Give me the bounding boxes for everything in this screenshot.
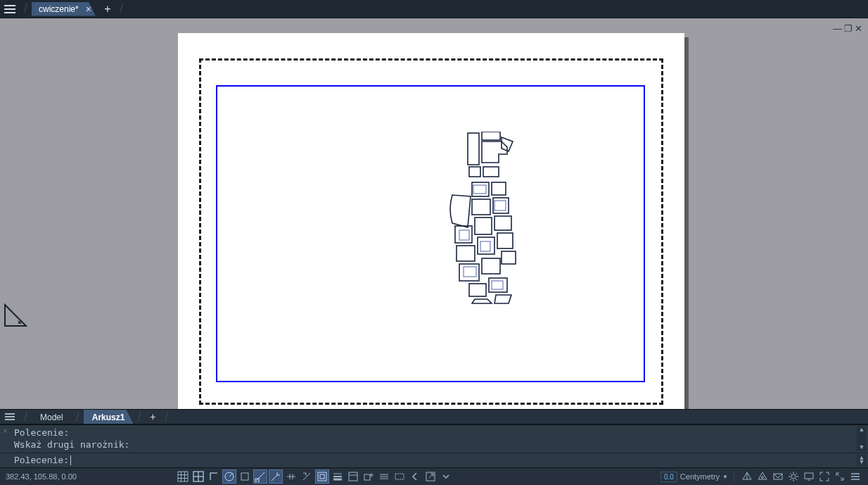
status-right-group: 0.0 Centymetry ▼	[660, 470, 868, 484]
command-input-bar[interactable]: Polecenie: ▲ ▼	[0, 453, 868, 468]
polar-icon[interactable]	[222, 470, 236, 484]
gear-icon[interactable]	[786, 470, 800, 484]
svg-rect-7	[493, 198, 509, 213]
menu-icon[interactable]	[848, 470, 862, 484]
separator: /	[20, 410, 32, 424]
svg-rect-30	[349, 472, 357, 481]
paper-sheet[interactable]	[178, 33, 684, 409]
svg-rect-9	[475, 218, 492, 234]
svg-point-34	[762, 477, 764, 479]
osnap-icon[interactable]	[253, 470, 267, 484]
units-code: 0.0	[664, 473, 674, 481]
perspective-icon[interactable]	[740, 470, 754, 484]
layout-viewport[interactable]	[216, 85, 645, 382]
drawing-workspace[interactable]: — ❐ ✕	[0, 18, 868, 409]
grid-bold-icon[interactable]	[191, 470, 205, 484]
right-tool-group	[740, 470, 862, 484]
cursor-coordinates[interactable]: 382.43, 105.88, 0.00	[0, 472, 98, 481]
snap-rect-icon[interactable]	[238, 470, 252, 484]
svg-rect-22	[480, 241, 490, 251]
file-tab[interactable]: cwiczenie* ×	[32, 2, 96, 16]
visual-style-icon[interactable]	[771, 470, 785, 484]
svg-rect-0	[468, 133, 479, 165]
svg-rect-16	[502, 251, 516, 264]
svg-rect-37	[805, 473, 813, 479]
grid-icon[interactable]	[176, 470, 190, 484]
chevron-down-icon[interactable]: ▼	[722, 474, 728, 480]
mdi-window-controls: — ❐ ✕	[833, 23, 862, 34]
svg-rect-21	[459, 230, 469, 240]
svg-rect-26	[241, 473, 248, 480]
options-icon[interactable]	[439, 470, 453, 484]
separator: /	[72, 410, 84, 424]
units-label[interactable]: Centymetry	[680, 472, 720, 481]
svg-rect-5	[492, 182, 506, 195]
extension-icon[interactable]	[284, 470, 298, 484]
separator	[734, 471, 734, 482]
close-icon[interactable]: ×	[86, 4, 91, 15]
properties-icon[interactable]	[346, 470, 360, 484]
fullscreen-icon[interactable]	[817, 470, 831, 484]
model-tab-label: Model	[40, 412, 63, 422]
units-indicator[interactable]: 0.0	[660, 472, 677, 482]
addpoint-icon[interactable]	[362, 470, 376, 484]
restore-icon[interactable]: ❐	[844, 23, 853, 34]
svg-rect-11	[457, 246, 475, 261]
file-tab-label: cwiczenie*	[39, 4, 79, 14]
model-drawing	[431, 132, 544, 308]
svg-rect-28	[318, 472, 326, 481]
scroll-down-icon[interactable]: ▼	[857, 459, 867, 466]
tracking-icon[interactable]	[269, 470, 283, 484]
close-icon[interactable]: ×	[3, 427, 8, 436]
model-tab[interactable]: Model	[32, 410, 72, 424]
main-menu-button[interactable]	[0, 0, 20, 18]
selection-icon[interactable]	[315, 470, 329, 484]
constraint-icon[interactable]	[300, 470, 314, 484]
svg-rect-3	[483, 167, 499, 177]
bounds-icon[interactable]	[392, 470, 407, 484]
new-tab-button[interactable]: +	[100, 1, 115, 17]
svg-rect-17	[469, 284, 486, 296]
monitor-icon[interactable]	[802, 470, 816, 484]
svg-rect-23	[464, 267, 476, 277]
ortho-icon[interactable]	[207, 470, 221, 484]
layout-menu-button[interactable]	[0, 413, 20, 420]
arrow-left-icon[interactable]	[408, 470, 422, 484]
svg-rect-32	[395, 474, 404, 479]
svg-rect-31	[364, 474, 370, 480]
close-icon[interactable]: ✕	[855, 23, 862, 34]
command-history[interactable]: × Polecenie: Wskaż drugi narożnik: ▲ ▼	[0, 424, 868, 453]
svg-rect-1	[482, 132, 500, 140]
lineweight-icon[interactable]	[331, 470, 345, 484]
camera-icon[interactable]	[755, 470, 770, 484]
command-prompt: Polecenie:	[14, 455, 69, 466]
separator: /	[20, 1, 32, 16]
status-tool-group	[176, 470, 453, 484]
scroll-down-icon[interactable]: ▼	[857, 444, 867, 451]
maximize-viewport-icon[interactable]	[423, 470, 438, 484]
command-input[interactable]	[71, 455, 864, 466]
ucs-icon	[3, 303, 28, 330]
scrollbar[interactable]: ▲ ▼	[857, 455, 867, 466]
svg-rect-19	[473, 185, 486, 194]
svg-rect-27	[255, 479, 259, 482]
svg-rect-6	[472, 199, 490, 215]
add-sheet-button[interactable]: +	[145, 411, 160, 422]
svg-rect-20	[494, 201, 506, 210]
separator: /	[133, 410, 145, 424]
svg-rect-10	[494, 216, 511, 230]
separator: /	[160, 410, 172, 424]
separator: /	[115, 1, 127, 16]
svg-rect-15	[482, 258, 500, 274]
history-text: Polecenie: Wskaż drugi narożnik:	[14, 427, 864, 451]
sheet-tab-active[interactable]: Arkusz1	[84, 410, 134, 424]
hatch-icon[interactable]	[377, 470, 391, 484]
status-bar: 382.43, 105.88, 0.00 0.0 Centymetry ▼	[0, 468, 868, 485]
scroll-up-icon[interactable]: ▲	[857, 427, 867, 434]
layout-tab-bar: / Model / Arkusz1 / + /	[0, 409, 868, 424]
sheet-tab-label: Arkusz1	[92, 412, 125, 422]
minimize-icon[interactable]: —	[833, 23, 842, 34]
svg-rect-29	[320, 474, 324, 479]
expand-icon[interactable]	[833, 470, 847, 484]
scrollbar[interactable]: ▲ ▼	[857, 427, 867, 451]
